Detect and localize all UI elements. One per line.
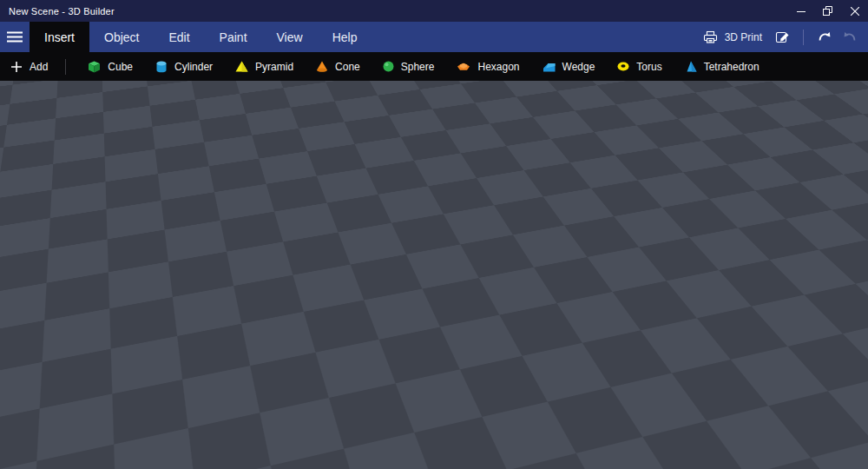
shape-wedge-button[interactable]: Wedge [542, 61, 595, 73]
menu-right-actions: 3D Print [703, 22, 868, 52]
shape-cube-button[interactable]: Cube [88, 61, 133, 73]
minimize-button[interactable] [787, 0, 814, 22]
items-section-header[interactable]: Items [773, 263, 868, 287]
select-all-button[interactable]: Select all [773, 171, 868, 201]
title-bar: New Scene - 3D Builder [0, 0, 868, 22]
menu-divider [803, 30, 804, 45]
lock-icon [412, 429, 426, 444]
window-title: New Scene - 3D Builder [0, 6, 115, 17]
restore-icon [823, 6, 832, 16]
shape-hexagon-button[interactable]: Hexagon [457, 61, 519, 73]
redo-icon [844, 31, 858, 43]
group-icon [781, 117, 799, 135]
pyramid-icon [235, 61, 248, 72]
hexagon-icon [457, 61, 470, 72]
insert-toolbar: Add Cube Cylinder Pyramid [0, 52, 868, 81]
deselect-all-icon [781, 208, 799, 226]
cube-icon [88, 61, 101, 73]
ungroup-button[interactable]: Ungroup [773, 141, 868, 171]
scale-tool-button[interactable] [411, 395, 428, 412]
rotate-tool-button[interactable] [378, 394, 396, 412]
rotate-icon [378, 394, 396, 412]
sidebar-collapse-button[interactable] [782, 89, 794, 102]
tab-view[interactable]: View [262, 22, 318, 52]
tab-insert[interactable]: Insert [30, 22, 89, 52]
tab-paint[interactable]: Paint [205, 22, 262, 52]
unit-toggle-mm[interactable]: mm [375, 428, 398, 445]
scale-value-field[interactable]: 95 [348, 430, 360, 443]
shape-tetrahedron-button[interactable]: Tetrahedron [685, 61, 760, 73]
shape-cone-button[interactable]: Cone [316, 61, 360, 73]
edit-repair-icon [775, 30, 790, 43]
undo-button[interactable] [817, 31, 831, 43]
close-icon [851, 7, 859, 16]
toolbar-divider [65, 59, 66, 75]
restore-button[interactable] [814, 0, 841, 22]
shape-torus-button[interactable]: Torus [617, 61, 661, 73]
right-sidebar: Group Ungroup Select all [773, 81, 868, 469]
sticky-selection-button[interactable]: Sticky selection [773, 232, 868, 262]
item-thumbnail-egg-sculpture[interactable] [784, 294, 817, 334]
materials-section-header[interactable]: Materials [773, 344, 868, 368]
deselect-all-button[interactable]: Deselect all [773, 201, 868, 232]
scale-icon [411, 395, 428, 412]
move-tool-button[interactable] [345, 394, 365, 412]
tab-edit[interactable]: Edit [154, 22, 204, 52]
3d-builder-window: New Scene - 3D Builder Insert O [0, 0, 868, 469]
3d-print-button[interactable]: 3D Print [703, 30, 762, 43]
shape-pyramid-button[interactable]: Pyramid [235, 61, 293, 73]
group-button[interactable]: Group [773, 110, 868, 141]
move-icon [345, 394, 365, 412]
window-controls [787, 0, 868, 22]
printer-icon [703, 30, 718, 43]
hamburger-icon [7, 31, 23, 43]
cone-icon [316, 61, 328, 72]
chevron-right-icon [782, 89, 794, 102]
material-white[interactable]: White [773, 368, 868, 401]
add-button[interactable]: Add [0, 61, 60, 73]
hamburger-menu-button[interactable] [0, 22, 30, 52]
aspect-lock-button[interactable] [412, 429, 426, 444]
shape-cylinder-button[interactable]: Cylinder [155, 61, 213, 73]
close-button[interactable] [841, 0, 868, 22]
redo-button[interactable] [844, 31, 858, 43]
menu-bar: Insert Object Edit Paint View Help 3D Pr… [0, 22, 868, 52]
plus-icon [11, 62, 22, 72]
minimize-icon [797, 7, 806, 16]
scene-model-egg-sculpture[interactable] [204, 85, 612, 406]
wedge-icon [542, 61, 556, 72]
torus-icon [617, 61, 629, 72]
3d-viewport[interactable]: 150 mm 100 mm 50 mm 100 mm 150 mm [0, 81, 868, 469]
tab-object[interactable]: Object [89, 22, 154, 52]
transform-panel: 95 mm [339, 386, 436, 453]
selection-actions: Group Ungroup Select all [773, 110, 868, 262]
chevron-up-icon[interactable] [847, 355, 858, 361]
tab-help[interactable]: Help [318, 22, 372, 52]
chevron-up-icon[interactable] [847, 274, 858, 281]
undo-icon [817, 31, 831, 43]
edit-repair-button[interactable] [775, 30, 790, 43]
tetrahedron-icon [685, 61, 697, 72]
ungroup-icon [781, 148, 799, 165]
cylinder-icon [155, 61, 168, 73]
material-swatch [784, 375, 803, 394]
select-all-icon [781, 178, 799, 195]
sticky-selection-icon [781, 239, 799, 256]
shape-sphere-button[interactable]: Sphere [383, 61, 435, 73]
sphere-icon [383, 61, 394, 72]
